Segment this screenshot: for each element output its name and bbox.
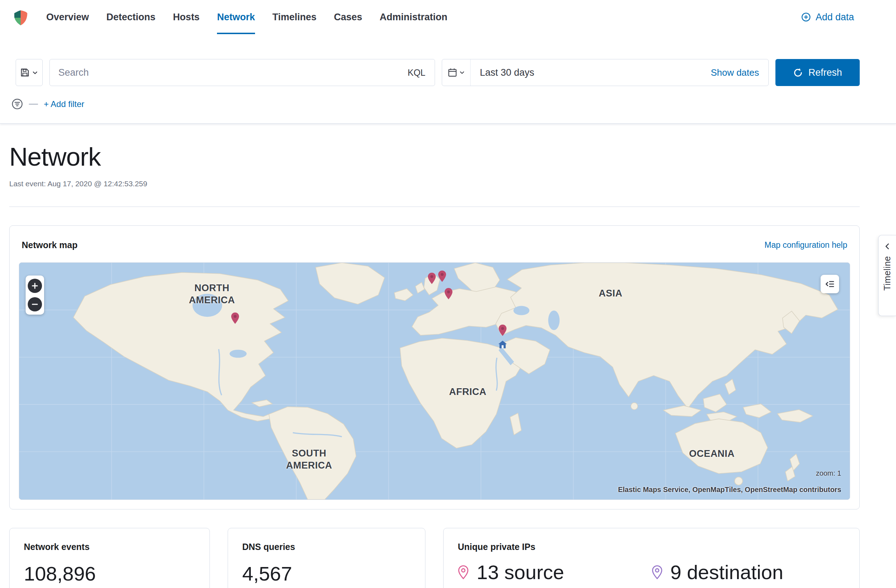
plus-circle-icon (801, 12, 811, 22)
source-ips-value: 13 source (477, 561, 564, 584)
map-region-label: AFRICA (449, 386, 486, 398)
nav-tab-detections[interactable]: Detections (107, 0, 155, 34)
card-title: Unique private IPs (458, 542, 845, 552)
map-region-label: SOUTH AMERICA (286, 448, 332, 472)
map-zoom-level: zoom: 1 (816, 469, 841, 477)
page-title: Network (9, 143, 860, 171)
chevron-left-icon (884, 242, 891, 250)
saved-query-menu-button[interactable] (16, 59, 43, 86)
network-map[interactable]: NORTH AMERICASOUTH AMERICAAFRICAASIAOCEA… (19, 262, 850, 500)
search-box: KQL (49, 59, 435, 86)
unique-ips-row: 13 source 9 destination (458, 561, 845, 584)
timeline-label: Timeline (882, 256, 893, 291)
calendar-menu-button[interactable] (442, 59, 471, 86)
nav-tab-administration[interactable]: Administration (379, 0, 448, 34)
nav-tab-cases[interactable]: Cases (334, 0, 363, 34)
search-input[interactable] (50, 67, 405, 78)
zoom-out-button[interactable] (28, 297, 42, 311)
map-legend-button[interactable] (821, 275, 839, 293)
refresh-button[interactable]: Refresh (776, 59, 860, 86)
refresh-icon (793, 68, 803, 77)
dns-queries-card: DNS queries 4,567 (228, 528, 425, 588)
filter-divider (29, 104, 38, 105)
map-pin[interactable] (231, 312, 239, 324)
add-filter-link[interactable]: + Add filter (44, 99, 84, 109)
calendar-icon (448, 68, 457, 77)
card-title: Network events (24, 542, 195, 552)
timeline-toggle-button[interactable]: Timeline (878, 235, 896, 316)
destination-ips-value: 9 destination (670, 561, 783, 584)
home-marker-icon[interactable] (498, 340, 507, 349)
date-range-button[interactable]: Last 30 days (471, 67, 711, 79)
network-events-card: Network events 108,896 (9, 528, 210, 588)
map-pin[interactable] (498, 324, 507, 336)
divider (9, 207, 860, 207)
map-panel-title: Network map (22, 240, 78, 250)
map-attribution: Elastic Maps Service, OpenMapTiles, Open… (618, 486, 841, 494)
stats-row: Network events 108,896 DNS queries 4,567… (9, 528, 860, 588)
date-picker: Last 30 days Show dates (442, 59, 769, 86)
save-icon (20, 68, 29, 77)
main-nav: Overview Detections Hosts Network Timeli… (46, 0, 448, 34)
map-overlay: NORTH AMERICASOUTH AMERICAAFRICAASIAOCEA… (19, 263, 850, 500)
destination-ips-group: 9 destination (652, 561, 846, 584)
network-events-value: 108,896 (24, 562, 195, 585)
add-data-label: Add data (815, 12, 854, 23)
map-region-label: NORTH AMERICA (189, 283, 235, 307)
unique-private-ips-card: Unique private IPs 13 source 9 destinati… (443, 528, 860, 588)
last-event-text: Last event: Aug 17, 2020 @ 12:42:53.259 (9, 179, 860, 188)
chevron-down-icon (459, 70, 465, 75)
network-page: Network Last event: Aug 17, 2020 @ 12:42… (0, 143, 896, 588)
destination-pin-icon (652, 565, 663, 579)
source-pin-icon (458, 565, 469, 579)
show-dates-link[interactable]: Show dates (711, 67, 768, 78)
nav-tab-network[interactable]: Network (217, 0, 255, 34)
map-region-label: ASIA (599, 288, 622, 300)
main-nav-row: Overview Detections Hosts Network Timeli… (0, 0, 896, 34)
add-data-link[interactable]: Add data (801, 0, 854, 34)
card-title: DNS queries (242, 542, 411, 552)
dns-queries-value: 4,567 (242, 562, 411, 585)
nav-tab-timelines[interactable]: Timelines (273, 0, 317, 34)
network-map-panel: Network map Map configuration help (9, 225, 860, 509)
legend-collapse-icon (825, 279, 835, 289)
zoom-in-button[interactable] (28, 279, 42, 293)
map-panel-header: Network map Map configuration help (19, 226, 850, 262)
source-ips-group: 13 source (458, 561, 652, 584)
map-pin[interactable] (428, 272, 436, 284)
map-region-label: OCEANIA (689, 448, 734, 460)
map-pin[interactable] (438, 270, 446, 282)
chevron-down-icon (32, 70, 38, 76)
kql-button[interactable]: KQL (405, 68, 435, 78)
map-config-help-link[interactable]: Map configuration help (764, 240, 847, 250)
nav-tab-overview[interactable]: Overview (46, 0, 89, 34)
query-bar: KQL Last 30 days Show dates Refresh (0, 59, 896, 86)
filter-icon[interactable] (11, 98, 23, 110)
nav-tab-hosts[interactable]: Hosts (173, 0, 200, 34)
top-header: Overview Detections Hosts Network Timeli… (0, 0, 896, 124)
elastic-security-logo[interactable] (11, 9, 30, 27)
map-pin[interactable] (444, 287, 453, 300)
map-zoom-controls (26, 275, 44, 315)
refresh-label: Refresh (809, 67, 842, 78)
filter-bar: + Add filter (0, 98, 896, 123)
